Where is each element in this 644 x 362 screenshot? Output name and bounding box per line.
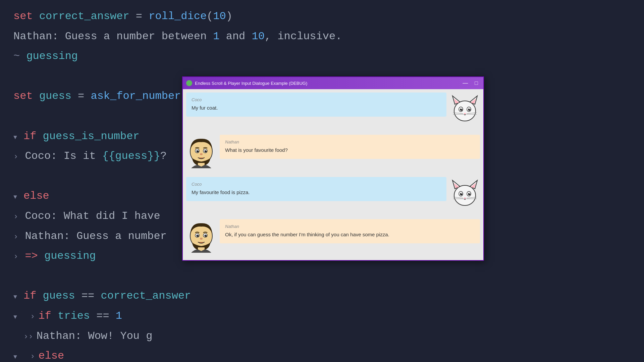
maximize-button[interactable]: □ <box>473 79 480 87</box>
avatar-coco-0 <box>450 93 480 129</box>
collapse-arrow-else1[interactable] <box>13 192 23 202</box>
bubble-text-3: Ok, if you can guess the number I'm thin… <box>225 231 475 239</box>
bubble-text-2: My favourite food is pizza. <box>192 189 441 196</box>
code-line-2: Nathan: Guess a number between 1 and 10,… <box>13 27 631 46</box>
avatar-nathan-1 <box>186 135 216 172</box>
svg-point-21 <box>198 150 198 151</box>
code-line-else2: › else <box>13 346 631 362</box>
svg-point-34 <box>461 193 462 194</box>
eq-op: = <box>129 7 149 26</box>
dialog-title-buttons: — □ <box>461 79 480 87</box>
dialog-title-left: Endless Scroll & Player Input Dialogue E… <box>186 80 307 86</box>
message-bubble-2: Coco My favourite food is pizza. <box>186 177 446 201</box>
var-correct-answer: correct_answer <box>39 7 129 26</box>
bubble-speaker-0: Coco <box>192 97 441 102</box>
code-line-blank4 <box>13 266 631 286</box>
svg-point-10 <box>469 109 470 109</box>
svg-point-23 <box>200 153 203 155</box>
collapse-arrow-if2[interactable] <box>13 292 23 302</box>
dialog-titlebar: Endless Scroll & Player Input Dialogue E… <box>183 77 483 89</box>
message-bubble-3: Nathan Ok, if you can guess the number I… <box>220 219 480 243</box>
collapse-arrow-if3[interactable] <box>13 312 23 322</box>
number-10: 10 <box>213 7 226 26</box>
svg-point-46 <box>198 235 198 235</box>
svg-point-9 <box>461 109 462 109</box>
bubble-speaker-1: Nathan <box>225 139 475 144</box>
svg-point-48 <box>200 238 203 240</box>
code-line-17: ›› Nathan: Wow! You g <box>13 326 631 346</box>
avatar-coco-2 <box>450 177 480 214</box>
svg-point-36 <box>464 197 466 199</box>
collapse-arrow-if1[interactable] <box>13 132 23 143</box>
bubble-text-1: What is your favourite food? <box>225 146 475 154</box>
svg-point-0 <box>454 101 476 121</box>
dialog-title-text: Endless Scroll & Player Input Dialogue E… <box>195 81 307 86</box>
svg-point-35 <box>469 193 470 194</box>
bubble-text-0: My fur coat. <box>192 104 441 112</box>
avatar-nathan-3 <box>186 219 216 256</box>
svg-point-11 <box>464 113 466 114</box>
code-line-3: ~ guessing <box>13 47 631 66</box>
minimize-button[interactable]: — <box>461 79 470 87</box>
code-line-16: › if tries == 1 <box>13 306 631 326</box>
bubble-speaker-2: Coco <box>192 182 441 187</box>
code-line-15: if guess == correct_answer <box>13 286 631 306</box>
svg-point-25 <box>454 185 476 205</box>
func-roll-dice: roll_dice <box>149 7 207 26</box>
code-line-1: set correct_answer = roll_dice(10) <box>13 7 631 26</box>
message-row-2: Coco My favourite food is pizza. <box>183 177 483 217</box>
bubble-speaker-3: Nathan <box>225 224 475 229</box>
message-row-1: Nathan What is your favourite food? <box>183 135 483 175</box>
message-row-3: Nathan Ok, if you can guess the number I… <box>183 219 483 259</box>
collapse-arrow-else2[interactable] <box>13 352 23 362</box>
message-row-0: Coco My fur coat. <box>183 93 483 133</box>
dialog-window: Endless Scroll & Player Input Dialogue E… <box>182 76 484 261</box>
svg-point-47 <box>206 235 206 235</box>
svg-point-22 <box>206 150 206 151</box>
keyword-set: set <box>13 7 39 26</box>
message-bubble-0: Coco My fur coat. <box>186 93 446 117</box>
dialog-icon <box>186 80 192 86</box>
message-bubble-1: Nathan What is your favourite food? <box>220 135 480 159</box>
dialog-body: Coco My fur coat. <box>183 89 483 260</box>
